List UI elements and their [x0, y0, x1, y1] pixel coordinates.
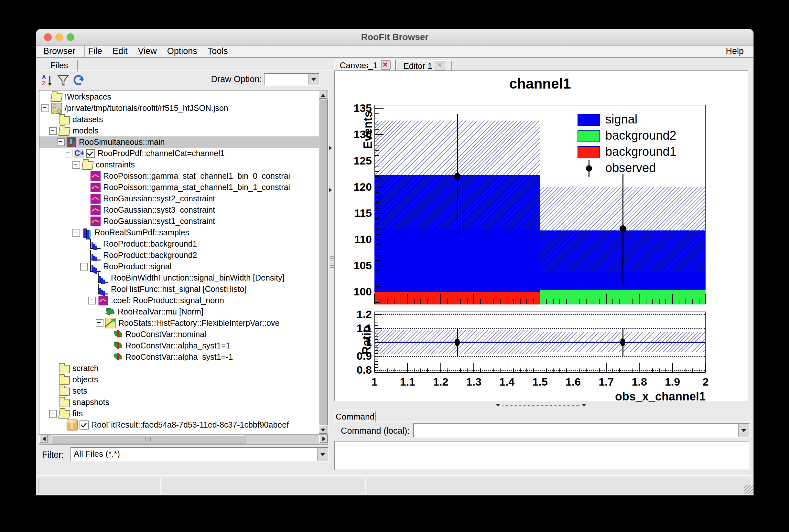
- menu-browser[interactable]: Browser: [38, 45, 80, 57]
- y-tick: [375, 208, 379, 208]
- tree-item[interactable]: .coef: RooProduct::signal_norm: [39, 295, 319, 306]
- tree-item[interactable]: RooProdPdf::channelCat=channel1: [39, 148, 319, 159]
- tree-item[interactable]: RooGaussian::syst2_constraint: [39, 193, 319, 204]
- title-bar[interactable]: RooFit Browser: [36, 29, 753, 45]
- tree-item[interactable]: RooConstVar::nominal: [39, 329, 319, 340]
- y-tick: [375, 276, 379, 276]
- funnel-icon[interactable]: [57, 74, 70, 87]
- x-tick: [388, 299, 388, 304]
- draw-option-combobox[interactable]: [264, 73, 319, 86]
- command-combobox[interactable]: [413, 423, 750, 438]
- horizontal-splitter[interactable]: [334, 403, 748, 408]
- menu-view[interactable]: View: [133, 45, 162, 57]
- filter-combobox[interactable]: All Files (*.*): [71, 447, 328, 461]
- tree-expander-icon[interactable]: [80, 263, 88, 270]
- close-icon[interactable]: [436, 61, 445, 71]
- collapse-down-icon[interactable]: [582, 404, 586, 409]
- tab-command[interactable]: Command: [334, 411, 376, 423]
- tree-item[interactable]: !Workspaces: [39, 91, 319, 102]
- menu-edit[interactable]: Edit: [107, 45, 133, 57]
- tree-item-label: !Workspaces: [62, 92, 111, 101]
- tree-item[interactable]: RooSimultaneous::main: [39, 136, 319, 148]
- x-tick: [420, 299, 421, 304]
- tree-item[interactable]: RooHistFunc::hist_signal [ConstHisto]: [39, 283, 319, 295]
- tree-item[interactable]: RooRealSumPdf::samples: [39, 227, 319, 238]
- tab-files[interactable]: Files: [41, 59, 78, 72]
- tree-item-checkbox[interactable]: [79, 420, 89, 430]
- svg-text:Z: Z: [42, 81, 45, 86]
- tree-item-checkbox[interactable]: [86, 149, 95, 158]
- tree-item[interactable]: RooPoisson::gamma_stat_channel1_bin_0_co…: [39, 170, 319, 182]
- tree-item[interactable]: RooRealVar::mu [Norm]: [39, 306, 319, 317]
- tree-expander-icon[interactable]: [49, 410, 57, 418]
- horizontal-scrollbar[interactable]: [39, 434, 328, 445]
- tree-item[interactable]: RooFitResult::faed54a8-7d53-11ed-8c37-1c…: [39, 419, 319, 431]
- legend-label: background2: [605, 129, 709, 144]
- x-tick: [493, 299, 494, 304]
- tree-item[interactable]: scratch: [39, 363, 319, 374]
- tree-expander-icon[interactable]: [49, 127, 57, 135]
- tab-editor-1[interactable]: Editor 1: [396, 60, 452, 72]
- horizontal-scrollbar-thumb[interactable]: [52, 435, 245, 443]
- scroll-right-button[interactable]: [319, 435, 327, 443]
- chevron-down-icon[interactable]: [308, 74, 319, 85]
- tree-item[interactable]: constraints: [39, 159, 319, 170]
- tree-item[interactable]: objects: [39, 374, 319, 385]
- tree-item[interactable]: RooGaussian::syst3_constraint: [39, 204, 319, 215]
- tree-expander-icon[interactable]: [72, 229, 80, 236]
- splitter-chevron-icon[interactable]: [329, 188, 334, 192]
- y-tick: [375, 291, 383, 292]
- root-canvas[interactable]: channel1100105110115120125130135signalba…: [334, 71, 748, 401]
- tree-item-label: constraints: [93, 160, 135, 169]
- tree-item[interactable]: RooConstVar::alpha_syst1=-1: [39, 351, 319, 363]
- az-sort-icon[interactable]: AZ: [41, 74, 54, 87]
- refresh-icon[interactable]: [72, 74, 86, 87]
- tree-expander-icon[interactable]: [72, 161, 80, 169]
- tree-item-label: RooProdPdf::channelCat=channel1: [95, 149, 225, 158]
- tab-canvas-1[interactable]: Canvas_1: [334, 59, 396, 72]
- tree-expander-icon[interactable]: [65, 150, 72, 157]
- tree-expander-icon[interactable]: [41, 104, 49, 112]
- tree-item[interactable]: RooProduct::background1: [39, 238, 319, 249]
- tree-item[interactable]: sets: [39, 385, 319, 397]
- scroll-up-button[interactable]: [319, 91, 327, 99]
- tree-item[interactable]: RooProduct::signal: [39, 261, 319, 272]
- folder-icon: [59, 365, 70, 373]
- vertical-scrollbar[interactable]: [319, 91, 328, 434]
- menu-items: FileEditViewOptionsTools: [83, 46, 233, 56]
- close-icon[interactable]: [381, 60, 391, 70]
- tree-item[interactable]: /private/tmp/tutorials/roofit/rf515_hfJS…: [39, 102, 319, 114]
- background1-bar: [374, 292, 540, 304]
- resize-grip[interactable]: [744, 485, 753, 494]
- tree-item[interactable]: fits: [39, 408, 319, 419]
- scroll-left-button[interactable]: [39, 435, 48, 443]
- tree-expander-icon[interactable]: [88, 297, 96, 304]
- tree-item[interactable]: RooStats::HistFactory::FlexibleInterpVar…: [39, 317, 319, 329]
- chevron-down-icon[interactable]: [317, 448, 328, 461]
- filter-value: All Files (*.*): [74, 448, 316, 461]
- menu-help[interactable]: Help: [720, 45, 749, 57]
- ratio-x-tick: [460, 368, 461, 372]
- tree-item[interactable]: RooProduct::background2: [39, 249, 319, 261]
- tree-item-label: RooConstVar::alpha_syst1=-1: [123, 352, 233, 362]
- scroll-down-button[interactable]: [319, 425, 327, 434]
- tree-item[interactable]: models: [39, 125, 319, 136]
- tree-item[interactable]: RooPoisson::gamma_stat_channel1_bin_1_co…: [39, 182, 319, 193]
- tree-item[interactable]: datasets: [39, 114, 319, 125]
- vertical-scrollbar-thumb[interactable]: [319, 99, 328, 425]
- ratio-x-tick: [513, 368, 514, 372]
- menu-file[interactable]: File: [83, 45, 108, 57]
- tree-item[interactable]: snapshots: [39, 397, 319, 408]
- x-tick: [427, 299, 428, 304]
- menu-tools[interactable]: Tools: [202, 45, 233, 57]
- tree-item[interactable]: RooGaussian::syst1_constraint: [39, 215, 319, 227]
- tree-expander-icon[interactable]: [57, 138, 65, 146]
- tree-item[interactable]: RooBinWidthFunction::signal_binWidth [De…: [39, 272, 319, 283]
- y-tick: [375, 297, 379, 297]
- menu-options[interactable]: Options: [162, 45, 202, 57]
- collapse-down-icon[interactable]: [496, 404, 500, 409]
- tree-item[interactable]: RooConstVar::alpha_syst1=1: [39, 340, 319, 351]
- splitter-chevron-icon[interactable]: [329, 146, 334, 150]
- tree-expander-icon[interactable]: [96, 319, 104, 327]
- chevron-down-icon[interactable]: [738, 424, 749, 437]
